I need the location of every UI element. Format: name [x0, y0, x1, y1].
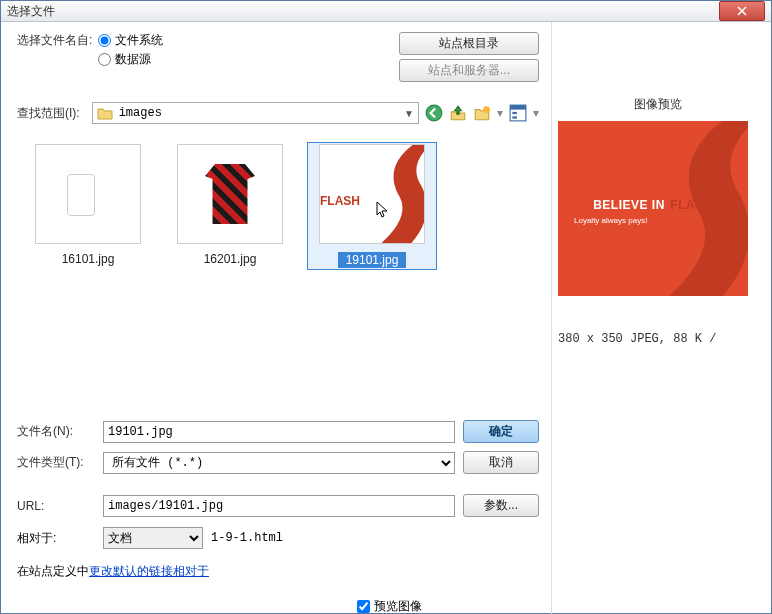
svg-rect-5 — [512, 116, 517, 118]
url-input[interactable] — [103, 495, 455, 517]
relative-to-select[interactable]: 文档 — [103, 527, 203, 549]
thumb-caption: 16201.jpg — [204, 252, 257, 266]
sitedef-link[interactable]: 更改默认的链接相对于 — [89, 564, 209, 578]
radio-datasource[interactable]: 数据源 — [98, 51, 163, 68]
toolbar-sep2: ▾ — [533, 106, 539, 120]
look-in-value: images — [119, 106, 162, 120]
filetype-select[interactable]: 所有文件 (*.*) — [103, 452, 455, 474]
thumb-image: BELIEVE IN FLASH — [319, 144, 425, 244]
url-label: URL: — [17, 499, 95, 513]
params-button[interactable]: 参数... — [463, 494, 539, 517]
ok-button[interactable]: 确定 — [463, 420, 539, 443]
window-title: 选择文件 — [7, 3, 55, 20]
radio-filesystem[interactable]: 文件系统 — [98, 32, 163, 49]
filename-label: 文件名(N): — [17, 423, 95, 440]
thumb-image — [35, 144, 141, 244]
file-list[interactable]: 16101.jpg 16201.jpg BELIEVE IN FLASH 191… — [17, 132, 539, 412]
up-folder-button[interactable] — [449, 104, 467, 122]
look-in-label: 查找范围(I): — [17, 105, 80, 122]
sitedef-prefix: 在站点定义中 — [17, 564, 89, 578]
preview-checkbox-row[interactable]: 预览图像 — [357, 598, 539, 614]
preview-checkbox-label: 预览图像 — [374, 598, 422, 614]
filename-input[interactable] — [103, 421, 455, 443]
file-thumb-selected[interactable]: BELIEVE IN FLASH 19101.jpg — [307, 142, 437, 270]
svg-rect-4 — [512, 112, 517, 114]
titlebar[interactable]: 选择文件 — [1, 1, 771, 22]
preview-image: BELIEVE IN FLASH Loyalty always pays! — [558, 121, 748, 296]
radio-datasource-input[interactable] — [98, 53, 111, 66]
close-button[interactable] — [719, 1, 765, 21]
look-in-combo[interactable]: images ▼ — [92, 102, 419, 124]
radio-filesystem-input[interactable] — [98, 34, 111, 47]
cursor-icon — [376, 201, 390, 219]
preview-info: 380 x 350 JPEG, 88 K / — [558, 332, 757, 346]
new-folder-button[interactable] — [473, 104, 491, 122]
svg-rect-3 — [510, 105, 526, 110]
source-label: 选择文件名自: — [17, 32, 92, 49]
thumb-image — [177, 144, 283, 244]
thumb-caption: 19101.jpg — [338, 252, 407, 268]
thumb-caption: 16101.jpg — [62, 252, 115, 266]
file-thumb[interactable]: 16101.jpg — [23, 142, 153, 268]
site-root-button[interactable]: 站点根目录 — [399, 32, 539, 55]
sites-servers-button[interactable]: 站点和服务器... — [399, 59, 539, 82]
svg-point-0 — [426, 105, 442, 121]
chevron-down-icon: ▼ — [404, 108, 414, 119]
preview-title: 图像预览 — [558, 96, 757, 113]
view-menu-button[interactable] — [509, 104, 527, 122]
radio-filesystem-label: 文件系统 — [115, 32, 163, 49]
close-icon — [737, 6, 747, 16]
file-thumb[interactable]: 16201.jpg — [165, 142, 295, 268]
filetype-label: 文件类型(T): — [17, 454, 95, 471]
svg-point-1 — [483, 106, 490, 113]
file-select-dialog: 选择文件 选择文件名自: 文件系统 数据源 — [0, 0, 772, 614]
preview-checkbox[interactable] — [357, 600, 370, 613]
toolbar-sep: ▾ — [497, 106, 503, 120]
relative-to-file: 1-9-1.html — [211, 531, 283, 545]
folder-icon — [97, 106, 113, 120]
back-button[interactable] — [425, 104, 443, 122]
relative-to-label: 相对于: — [17, 530, 95, 547]
cancel-button[interactable]: 取消 — [463, 451, 539, 474]
radio-datasource-label: 数据源 — [115, 51, 151, 68]
